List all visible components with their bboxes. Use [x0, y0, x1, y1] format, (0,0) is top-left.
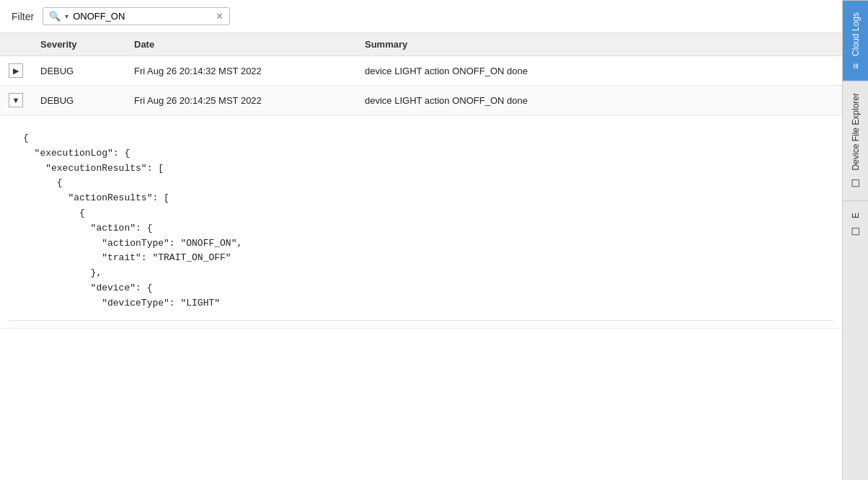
row2-summary: device LIGHT action ONOFF_ON done: [356, 86, 842, 115]
row1-expand-button[interactable]: ▶: [9, 63, 23, 78]
col-header-severity: Severity: [32, 33, 125, 56]
table-row: ▶ DEBUG Fri Aug 26 20:14:32 MST 2022 dev…: [0, 56, 842, 86]
json-content-cell: { "executionLog": { "executionResults": …: [0, 115, 842, 329]
row2-severity: DEBUG: [32, 86, 125, 115]
other-icon: ☐: [850, 226, 862, 237]
search-icon: 🔍: [49, 11, 61, 22]
row2-expand-cell: ▼: [0, 86, 32, 115]
table-header-row: Severity Date Summary: [0, 33, 842, 56]
row1-expand-cell: ▶: [0, 56, 32, 86]
row1-summary: device LIGHT action ONOFF_ON done: [356, 56, 842, 86]
row2-date: Fri Aug 26 20:14:25 MST 2022: [125, 86, 356, 115]
cloud-logs-icon: ≡: [850, 63, 862, 69]
main-area: Filter 🔍 ▾ ✕ Severity Date Summary: [0, 0, 842, 480]
table-row: ▼ DEBUG Fri Aug 26 20:14:25 MST 2022 dev…: [0, 86, 842, 115]
sidebar-tab-other[interactable]: ☐ E: [843, 200, 868, 249]
sidebar-tab-device-file-explorer[interactable]: ☐ Device File Explorer: [843, 81, 868, 200]
sidebar-tab-other-label: E: [851, 213, 861, 218]
filter-input[interactable]: [73, 11, 211, 22]
sidebar-tab-cloud-logs[interactable]: ≡ Cloud Logs: [843, 0, 868, 81]
row1-severity: DEBUG: [32, 56, 125, 86]
right-sidebar: ≡ Cloud Logs ☐ Device File Explorer ☐ E: [842, 0, 868, 480]
log-table: Severity Date Summary ▶ DEBUG Fri Aug 26…: [0, 33, 842, 329]
filter-clear-icon[interactable]: ✕: [216, 11, 223, 22]
table-wrapper: Severity Date Summary ▶ DEBUG Fri Aug 26…: [0, 33, 842, 480]
filter-dropdown-icon[interactable]: ▾: [65, 12, 68, 20]
sidebar-tab-cloud-logs-label: Cloud Logs: [851, 12, 861, 56]
filter-label: Filter: [12, 11, 34, 22]
sidebar-tab-device-file-explorer-label: Device File Explorer: [851, 93, 861, 170]
col-header-expand: [0, 33, 32, 56]
row2-expand-button[interactable]: ▼: [9, 93, 23, 107]
device-file-explorer-icon: ☐: [850, 177, 862, 189]
row1-date: Fri Aug 26 20:14:32 MST 2022: [125, 56, 356, 86]
filter-input-wrapper: 🔍 ▾ ✕: [43, 7, 230, 25]
col-header-date: Date: [125, 33, 356, 56]
col-header-summary: Summary: [356, 33, 842, 56]
filter-bar: Filter 🔍 ▾ ✕: [0, 0, 842, 33]
json-content-row: { "executionLog": { "executionResults": …: [0, 115, 842, 329]
json-content: { "executionLog": { "executionResults": …: [9, 123, 833, 321]
